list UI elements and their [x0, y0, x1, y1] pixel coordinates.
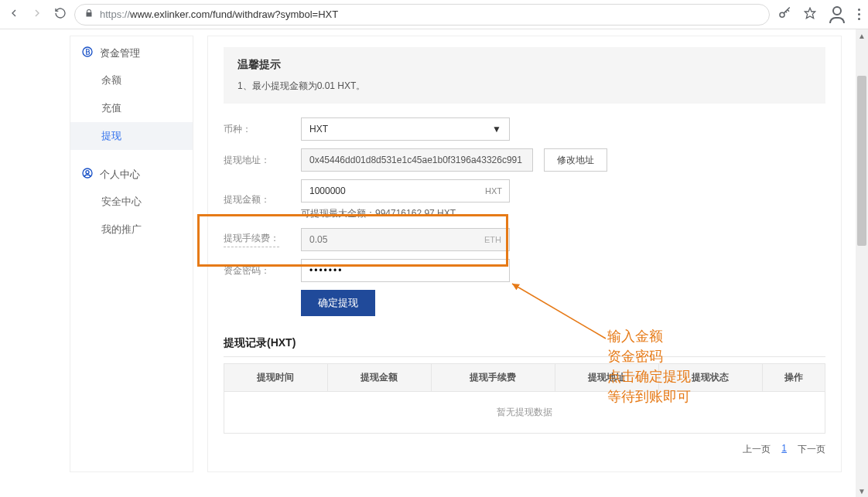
th-time: 提现时间	[224, 364, 328, 392]
records-empty: 暂无提现数据	[224, 392, 825, 434]
fee-value: 0.05	[309, 234, 327, 245]
nav-forward-icon[interactable]	[31, 7, 43, 22]
user-icon	[81, 167, 94, 182]
profile-icon[interactable]	[829, 6, 846, 23]
browser-toolbar: https://www.exlinker.com/fund/withdraw?s…	[0, 0, 868, 29]
amount-label: 提现金额：	[224, 193, 279, 206]
pager-prev[interactable]: 上一页	[743, 443, 771, 456]
th-action: 操作	[762, 364, 825, 392]
pager-next[interactable]: 下一页	[798, 443, 825, 456]
key-icon[interactable]	[777, 6, 791, 22]
sidebar-section-user: 个人中心	[70, 158, 193, 188]
sidebar-section-user-title: 个人中心	[100, 168, 140, 182]
notice-line: 1、最小提现金额为0.01 HXT。	[238, 80, 812, 93]
th-fee: 提现手续费	[431, 364, 555, 392]
pager: 上一页 1 下一页	[224, 443, 825, 456]
password-label: 资金密码：	[224, 264, 279, 277]
th-amount: 提现金额	[327, 364, 431, 392]
star-icon[interactable]	[804, 7, 816, 22]
notice-title: 温馨提示	[238, 58, 812, 72]
password-input[interactable]	[301, 259, 510, 282]
annotation-line: 输入金额	[607, 326, 691, 346]
submit-withdraw-button[interactable]: 确定提现	[301, 290, 375, 316]
change-address-button[interactable]: 修改地址	[544, 148, 607, 172]
fee-value-box: 0.05 ETH	[301, 228, 510, 251]
sidebar-item-referral[interactable]: 我的推广	[70, 216, 193, 243]
nav-reload-icon[interactable]	[54, 7, 67, 22]
svg-point-4	[86, 171, 89, 174]
url-text: https://www.exlinker.com/fund/withdraw?s…	[100, 9, 338, 20]
address-value: 0x45446dd01d8d531e1c45ae1b0f3196a43326c9…	[301, 148, 533, 172]
scrollbar[interactable]: ▲ ▼	[856, 29, 868, 497]
annotation-line: 点击确定提现	[607, 366, 691, 386]
main-panel: 温馨提示 1、最小提现金额为0.01 HXT。 币种： HXT ▼ 提现地址： …	[207, 36, 842, 472]
fee-suffix: ETH	[484, 235, 501, 244]
lock-icon	[84, 9, 94, 20]
records-title: 提现记录(HXT)	[224, 336, 825, 357]
bitcoin-icon	[81, 46, 94, 60]
address-bar[interactable]: https://www.exlinker.com/fund/withdraw?s…	[74, 4, 770, 26]
svg-marker-1	[805, 8, 815, 18]
chevron-down-icon: ▼	[492, 124, 501, 134]
sidebar-section-fund: 资金管理	[70, 36, 193, 66]
nav-back-icon[interactable]	[8, 7, 20, 22]
amount-suffix: HXT	[485, 179, 502, 203]
sidebar-section-fund-title: 资金管理	[100, 46, 140, 60]
scrollbar-thumb[interactable]	[857, 76, 866, 246]
pager-page[interactable]: 1	[781, 443, 787, 456]
address-label: 提现地址：	[224, 154, 279, 167]
annotation-line: 等待到账即可	[607, 386, 691, 407]
scroll-up-icon[interactable]: ▲	[856, 29, 868, 42]
coin-select-value: HXT	[309, 124, 328, 134]
records-table: 提现时间 提现金额 提现手续费 提现地址 提现状态 操作 暂无提现数据	[224, 363, 825, 434]
notice-box: 温馨提示 1、最小提现金额为0.01 HXT。	[224, 47, 825, 104]
sidebar-item-balance[interactable]: 余额	[70, 66, 193, 94]
coin-label: 币种：	[224, 123, 279, 136]
menu-icon[interactable]	[858, 9, 860, 20]
annotation-text: 输入金额 资金密码 点击确定提现 等待到账即可	[607, 326, 691, 407]
amount-input[interactable]	[301, 179, 510, 203]
sidebar-item-security[interactable]: 安全中心	[70, 188, 193, 216]
sidebar-item-withdraw[interactable]: 提现	[70, 122, 193, 150]
sidebar: 资金管理 余额 充值 提现 个人中心 安全中心 我的推广	[70, 36, 193, 472]
scroll-down-icon[interactable]: ▼	[856, 485, 868, 497]
sidebar-item-deposit[interactable]: 充值	[70, 94, 193, 122]
fee-label: 提现手续费：	[224, 232, 279, 247]
coin-select[interactable]: HXT ▼	[301, 117, 510, 141]
annotation-line: 资金密码	[607, 346, 691, 366]
amount-helper: 可提现最大金额：994716162.97 HXT	[301, 207, 510, 220]
